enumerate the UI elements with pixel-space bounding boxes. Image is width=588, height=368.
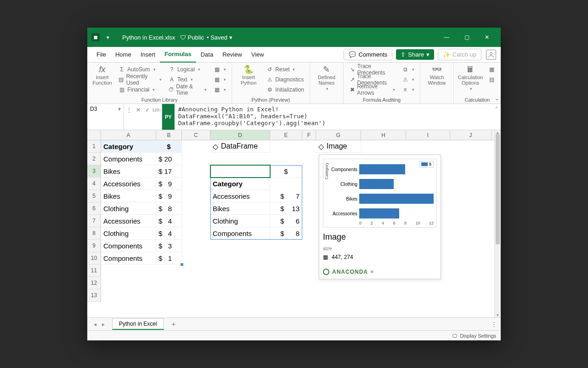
tab-view[interactable]: View	[247, 47, 269, 63]
cell-B9[interactable]: $ 3	[156, 240, 182, 252]
minimize-button[interactable]: —	[436, 28, 457, 47]
col-header-E[interactable]: E	[270, 130, 302, 140]
row-header-13[interactable]: 13	[87, 289, 101, 302]
display-settings-label[interactable]: Display Settings	[460, 333, 496, 339]
cell-A8[interactable]: Clothing	[101, 227, 156, 240]
error-check-button[interactable]: ⚠	[400, 75, 416, 85]
display-settings-icon[interactable]: 🖵	[452, 333, 457, 339]
image-preview-card[interactable]: CategoryComponentsClothingBikesAccessori…	[319, 155, 441, 279]
row-header-3[interactable]: 3	[87, 165, 101, 178]
fb-type-icon[interactable]: 123↕	[153, 106, 161, 114]
sheet-nav-prev[interactable]: ◂	[91, 321, 99, 328]
cell-A6[interactable]: Clothing	[101, 202, 156, 215]
cell-D1[interactable]: ◇DataFrame	[210, 140, 270, 153]
cell-A1[interactable]: Category	[101, 140, 156, 153]
row-header-7[interactable]: 7	[87, 215, 101, 227]
col-header-J[interactable]: J	[450, 130, 492, 140]
cell-A9[interactable]: Components	[101, 240, 156, 252]
cell-B7[interactable]: $ 4	[156, 215, 182, 227]
more-lib3-button[interactable]: ▦	[211, 85, 228, 95]
logical-button[interactable]: ?Logical	[166, 64, 209, 75]
cell-D8[interactable]: Components	[210, 227, 270, 240]
select-all-corner[interactable]	[87, 130, 101, 140]
defined-names-button[interactable]: ✎Defined Names	[314, 64, 339, 92]
cell-D5[interactable]: Accessories	[210, 190, 270, 202]
cell-A5[interactable]: Bikes	[101, 190, 156, 202]
cell-B4[interactable]: $ 9	[156, 178, 182, 190]
cell-D3[interactable]	[210, 165, 270, 178]
diagnostics-button[interactable]: ⚠Diagnostics	[264, 75, 306, 85]
share-button[interactable]: ⇪ Share ▾	[396, 49, 434, 60]
cell-A7[interactable]: Accessories	[101, 215, 156, 227]
calc-sheet-button[interactable]: ▤	[486, 75, 497, 85]
financial-button[interactable]: ▥Financial	[116, 85, 164, 95]
row-header-9[interactable]: 9	[87, 240, 101, 252]
collapse-ribbon-icon[interactable]: ⌄	[495, 96, 499, 102]
cell-D4[interactable]: Category	[210, 178, 270, 190]
row-header-10[interactable]: 10	[87, 252, 101, 264]
fb-enter-icon[interactable]: ✓	[143, 106, 152, 114]
row-header-12[interactable]: 12	[87, 277, 101, 289]
vertical-scrollbar[interactable]: ▴ ▾	[494, 130, 501, 317]
name-box[interactable]: D3▾	[87, 104, 124, 130]
insert-function-button[interactable]: fxInsert Function	[91, 64, 113, 86]
watch-window-button[interactable]: 👓Watch Window	[424, 64, 450, 86]
saved-state[interactable]: • Saved ▾	[207, 34, 232, 41]
cell-B10[interactable]: $ 1	[156, 252, 182, 264]
col-header-A[interactable]: A	[101, 130, 156, 140]
datetime-button[interactable]: ⏱Date & Time	[166, 85, 209, 95]
sheet-tab-active[interactable]: Python in Excel	[112, 318, 164, 330]
more-lib2-button[interactable]: ▦	[211, 75, 228, 85]
sheet-more-icon[interactable]: ⋮	[491, 321, 497, 328]
row-header-4[interactable]: 4	[87, 178, 101, 190]
col-header-D[interactable]: D	[210, 130, 270, 140]
recently-used-button[interactable]: ▤Recently Used	[116, 75, 164, 85]
fb-more-icon[interactable]: ⋮	[125, 106, 133, 114]
account-avatar[interactable]	[486, 50, 496, 60]
fb-cancel-icon[interactable]: ✕	[134, 106, 142, 114]
row-header-8[interactable]: 8	[87, 227, 101, 240]
autosave-dropdown[interactable]: ▾	[107, 34, 109, 40]
more-lib1-button[interactable]: ▦	[211, 64, 228, 75]
col-header-H[interactable]: H	[361, 130, 406, 140]
cell-A4[interactable]: Accessories	[101, 178, 156, 190]
cell-A2[interactable]: Components	[101, 153, 156, 165]
cell-B5[interactable]: $ 9	[156, 190, 182, 202]
maximize-button[interactable]: ▢	[457, 28, 477, 47]
privacy-badge[interactable]: 🛡 Public	[180, 34, 204, 41]
cell-A10[interactable]: Components	[101, 252, 156, 264]
formula-code[interactable]: #Announcing Python in Excel! DataFrame=x…	[175, 104, 501, 130]
row-header-2[interactable]: 2	[87, 153, 101, 165]
close-button[interactable]: ✕	[477, 28, 497, 47]
calc-options-button[interactable]: 🖩Calculation Options	[458, 64, 483, 92]
reset-button[interactable]: ↺Reset	[264, 64, 306, 75]
insert-python-button[interactable]: 🐍Insert Python	[236, 64, 261, 86]
cell-B1[interactable]: $	[156, 140, 182, 153]
tab-home[interactable]: Home	[111, 47, 136, 63]
row-header-6[interactable]: 6	[87, 202, 101, 215]
catchup-button[interactable]: ✨ Catch up	[438, 49, 481, 60]
sheet-nav-next[interactable]: ▸	[99, 321, 107, 328]
cell-A3[interactable]: Bikes	[101, 165, 156, 178]
cell-B8[interactable]: $ 4	[156, 227, 182, 240]
initialization-button[interactable]: ⚙Initialization	[264, 85, 306, 95]
tab-file[interactable]: File	[92, 47, 111, 63]
scroll-down-icon[interactable]: ▾	[495, 313, 501, 317]
add-sheet-button[interactable]: ＋	[170, 320, 177, 328]
cell-E5[interactable]: $ 7	[270, 190, 302, 202]
cell-E7[interactable]: $ 6	[270, 215, 302, 227]
row-header-11[interactable]: 11	[87, 264, 101, 277]
tab-review[interactable]: Review	[218, 47, 247, 63]
evaluate-button[interactable]: ≡	[400, 85, 416, 95]
grid[interactable]: ABCDEFGHIJ 12345678910111213 Category$Co…	[87, 130, 501, 317]
cell-B6[interactable]: $ 8	[156, 202, 182, 215]
show-formulas-button[interactable]: ⧉	[400, 64, 416, 75]
cell-D7[interactable]: Clothing	[210, 215, 270, 227]
expand-formula-icon[interactable]: ⌃	[495, 106, 498, 112]
col-header-C[interactable]: C	[182, 130, 210, 140]
cell-E3[interactable]: $	[270, 165, 302, 178]
col-header-F[interactable]: F	[302, 130, 316, 140]
cell-E8[interactable]: $ 8	[270, 227, 302, 240]
col-header-I[interactable]: I	[406, 130, 450, 140]
tab-insert[interactable]: Insert	[136, 47, 160, 63]
